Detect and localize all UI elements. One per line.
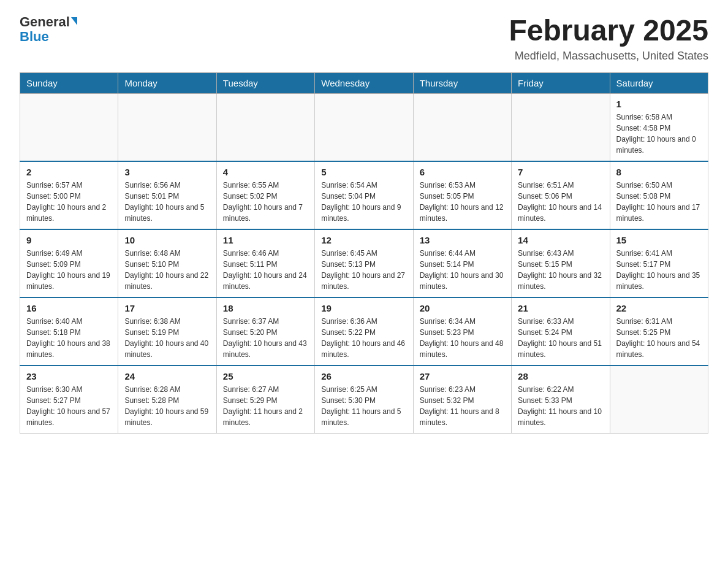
day-info: Sunrise: 6:37 AM Sunset: 5:20 PM Dayligh… [223,316,308,360]
calendar-cell: 6Sunrise: 6:53 AM Sunset: 5:05 PM Daylig… [413,161,511,229]
page-header: General Blue February 2025 Medfield, Mas… [20,15,708,63]
logo-arrow-icon [71,17,77,25]
calendar-cell: 11Sunrise: 6:46 AM Sunset: 5:11 PM Dayli… [216,229,314,297]
location-subtitle: Medfield, Massachusetts, United States [509,50,708,63]
day-info: Sunrise: 6:41 AM Sunset: 5:17 PM Dayligh… [616,248,702,292]
column-header-monday: Monday [118,72,216,93]
calendar-cell: 3Sunrise: 6:56 AM Sunset: 5:01 PM Daylig… [118,161,216,229]
day-number: 14 [518,235,603,245]
month-title: February 2025 [509,15,708,47]
day-info: Sunrise: 6:23 AM Sunset: 5:32 PM Dayligh… [420,384,505,428]
logo-blue-text: Blue [20,29,49,44]
calendar-cell [118,93,216,161]
day-info: Sunrise: 6:48 AM Sunset: 5:10 PM Dayligh… [124,248,210,292]
day-number: 19 [321,303,406,313]
column-header-friday: Friday [512,72,610,93]
day-number: 16 [26,303,112,313]
day-info: Sunrise: 6:45 AM Sunset: 5:13 PM Dayligh… [321,248,406,292]
calendar-cell: 13Sunrise: 6:44 AM Sunset: 5:14 PM Dayli… [413,229,511,297]
day-info: Sunrise: 6:43 AM Sunset: 5:15 PM Dayligh… [518,248,603,292]
day-info: Sunrise: 6:44 AM Sunset: 5:14 PM Dayligh… [420,248,505,292]
day-number: 12 [321,235,406,245]
calendar-cell: 8Sunrise: 6:50 AM Sunset: 5:08 PM Daylig… [610,161,708,229]
day-info: Sunrise: 6:31 AM Sunset: 5:25 PM Dayligh… [616,316,702,360]
day-info: Sunrise: 6:55 AM Sunset: 5:02 PM Dayligh… [223,180,308,224]
column-header-wednesday: Wednesday [315,72,413,93]
day-info: Sunrise: 6:50 AM Sunset: 5:08 PM Dayligh… [616,180,702,224]
calendar-week-row: 2Sunrise: 6:57 AM Sunset: 5:00 PM Daylig… [20,161,708,229]
day-info: Sunrise: 6:27 AM Sunset: 5:29 PM Dayligh… [223,384,308,428]
day-number: 17 [124,303,210,313]
day-number: 5 [321,167,406,177]
day-info: Sunrise: 6:22 AM Sunset: 5:33 PM Dayligh… [518,384,603,428]
day-number: 24 [124,371,210,381]
day-info: Sunrise: 6:58 AM Sunset: 4:58 PM Dayligh… [616,112,702,156]
calendar-cell [216,93,314,161]
calendar-cell: 21Sunrise: 6:33 AM Sunset: 5:24 PM Dayli… [512,297,610,366]
calendar-cell [20,93,118,161]
day-number: 26 [321,371,406,381]
calendar-cell [315,93,413,161]
calendar-cell [610,366,708,434]
day-number: 10 [124,235,210,245]
calendar-cell: 2Sunrise: 6:57 AM Sunset: 5:00 PM Daylig… [20,161,118,229]
day-number: 2 [26,167,112,177]
day-number: 23 [26,371,112,381]
day-number: 20 [420,303,505,313]
calendar-table: SundayMondayTuesdayWednesdayThursdayFrid… [20,72,708,434]
day-info: Sunrise: 6:46 AM Sunset: 5:11 PM Dayligh… [223,248,308,292]
day-number: 22 [616,303,702,313]
calendar-cell: 23Sunrise: 6:30 AM Sunset: 5:27 PM Dayli… [20,366,118,434]
calendar-week-row: 1Sunrise: 6:58 AM Sunset: 4:58 PM Daylig… [20,93,708,161]
day-info: Sunrise: 6:53 AM Sunset: 5:05 PM Dayligh… [420,180,505,224]
calendar-cell: 9Sunrise: 6:49 AM Sunset: 5:09 PM Daylig… [20,229,118,297]
column-header-saturday: Saturday [610,72,708,93]
calendar-week-row: 23Sunrise: 6:30 AM Sunset: 5:27 PM Dayli… [20,366,708,434]
calendar-cell: 26Sunrise: 6:25 AM Sunset: 5:30 PM Dayli… [315,366,413,434]
day-number: 4 [223,167,308,177]
day-info: Sunrise: 6:56 AM Sunset: 5:01 PM Dayligh… [124,180,210,224]
logo: General Blue [20,15,77,44]
day-info: Sunrise: 6:40 AM Sunset: 5:18 PM Dayligh… [26,316,112,360]
day-info: Sunrise: 6:30 AM Sunset: 5:27 PM Dayligh… [26,384,112,428]
calendar-cell: 14Sunrise: 6:43 AM Sunset: 5:15 PM Dayli… [512,229,610,297]
calendar-cell: 10Sunrise: 6:48 AM Sunset: 5:10 PM Dayli… [118,229,216,297]
day-number: 1 [616,99,702,109]
calendar-cell: 1Sunrise: 6:58 AM Sunset: 4:58 PM Daylig… [610,93,708,161]
calendar-cell [413,93,511,161]
day-number: 21 [518,303,603,313]
calendar-cell: 28Sunrise: 6:22 AM Sunset: 5:33 PM Dayli… [512,366,610,434]
day-info: Sunrise: 6:34 AM Sunset: 5:23 PM Dayligh… [420,316,505,360]
column-header-thursday: Thursday [413,72,511,93]
column-header-sunday: Sunday [20,72,118,93]
calendar-cell: 15Sunrise: 6:41 AM Sunset: 5:17 PM Dayli… [610,229,708,297]
day-number: 25 [223,371,308,381]
calendar-cell: 25Sunrise: 6:27 AM Sunset: 5:29 PM Dayli… [216,366,314,434]
day-info: Sunrise: 6:36 AM Sunset: 5:22 PM Dayligh… [321,316,406,360]
calendar-cell [512,93,610,161]
logo-general-text: General [20,15,70,29]
calendar-cell: 5Sunrise: 6:54 AM Sunset: 5:04 PM Daylig… [315,161,413,229]
calendar-cell: 24Sunrise: 6:28 AM Sunset: 5:28 PM Dayli… [118,366,216,434]
calendar-cell: 16Sunrise: 6:40 AM Sunset: 5:18 PM Dayli… [20,297,118,366]
calendar-week-row: 9Sunrise: 6:49 AM Sunset: 5:09 PM Daylig… [20,229,708,297]
calendar-cell: 19Sunrise: 6:36 AM Sunset: 5:22 PM Dayli… [315,297,413,366]
day-number: 15 [616,235,702,245]
day-info: Sunrise: 6:54 AM Sunset: 5:04 PM Dayligh… [321,180,406,224]
day-number: 8 [616,167,702,177]
calendar-header-row: SundayMondayTuesdayWednesdayThursdayFrid… [20,72,708,93]
day-number: 9 [26,235,112,245]
calendar-cell: 12Sunrise: 6:45 AM Sunset: 5:13 PM Dayli… [315,229,413,297]
day-number: 18 [223,303,308,313]
day-info: Sunrise: 6:28 AM Sunset: 5:28 PM Dayligh… [124,384,210,428]
calendar-cell: 4Sunrise: 6:55 AM Sunset: 5:02 PM Daylig… [216,161,314,229]
day-number: 28 [518,371,603,381]
day-info: Sunrise: 6:38 AM Sunset: 5:19 PM Dayligh… [124,316,210,360]
calendar-cell: 27Sunrise: 6:23 AM Sunset: 5:32 PM Dayli… [413,366,511,434]
day-number: 6 [420,167,505,177]
day-number: 11 [223,235,308,245]
day-number: 27 [420,371,505,381]
calendar-cell: 22Sunrise: 6:31 AM Sunset: 5:25 PM Dayli… [610,297,708,366]
day-number: 3 [124,167,210,177]
title-section: February 2025 Medfield, Massachusetts, U… [509,15,708,63]
